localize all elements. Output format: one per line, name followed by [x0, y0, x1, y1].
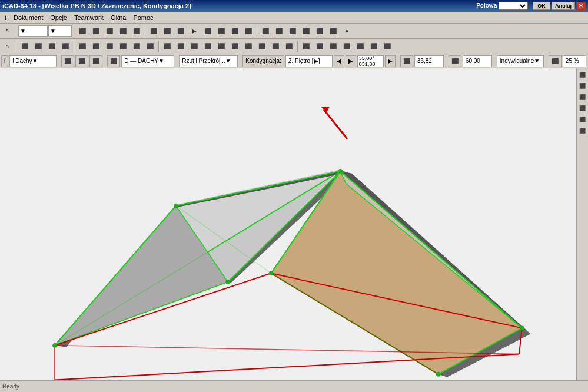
tb2-btn-10[interactable]: ⬛ — [130, 40, 143, 53]
tb-btn-15[interactable]: ⬛ — [273, 25, 285, 38]
tb2-btn-25[interactable]: ⬛ — [340, 40, 353, 53]
tb2-btn-18[interactable]: ⬛ — [242, 40, 255, 53]
tb-btn-3[interactable]: ⬛ — [103, 25, 116, 38]
sep5 — [16, 41, 16, 52]
tb-btn-11[interactable]: ⬛ — [215, 25, 228, 38]
tb2-btn-17[interactable]: ⬛ — [228, 40, 241, 53]
tb2-btn-26[interactable]: ⬛ — [354, 40, 367, 53]
tb2-btn-1[interactable]: ↖ — [1, 40, 14, 53]
view-btn-2[interactable]: ⬛ — [61, 55, 74, 67]
tb2-btn-15[interactable]: ⬛ — [201, 40, 214, 53]
sep4 — [257, 26, 257, 36]
tb-btn-8[interactable]: ⬛ — [174, 25, 187, 38]
view-btn-4[interactable]: ⬛ — [89, 55, 102, 67]
view-btn-7[interactable]: ⬛ — [449, 55, 461, 67]
tb-btn-10[interactable]: ⬛ — [201, 25, 214, 38]
tb-btn-7[interactable]: ⬛ — [161, 25, 174, 38]
tb2-btn-12[interactable]: ⬛ — [161, 40, 174, 53]
tb2-btn-19[interactable]: ⬛ — [255, 40, 268, 53]
polowa-dropdown[interactable] — [499, 2, 528, 10]
tb-btn-9[interactable]: ▶ — [188, 25, 201, 38]
menu-t[interactable]: t — [1, 13, 10, 22]
right-tb-btn-6[interactable]: ⬛ — [577, 125, 588, 136]
tb-btn-18[interactable]: ⬛ — [313, 25, 326, 38]
tb2-btn-20[interactable]: ⬛ — [269, 40, 282, 53]
view-btn-6[interactable]: ⬛ — [400, 55, 413, 67]
menu-pomoc[interactable]: Pomoc — [129, 13, 157, 22]
right-tb-btn-4[interactable]: ⬛ — [577, 103, 588, 114]
coords-box-2: 60,00 — [463, 55, 492, 67]
menu-bar: t Dokument Opcje Teamwork Okna Pomoc — [0, 12, 588, 24]
tb-arrow[interactable]: ↖ — [1, 25, 14, 38]
tb2-btn-27[interactable]: ⬛ — [367, 40, 380, 53]
toolbar-row-1: ↖ ▼ ▼ ⬛ ⬛ ⬛ ⬛ ⬛ ⬛ ⬛ ⬛ ▶ ⬛ ⬛ ⬛ ⬛ ⬛ ⬛ ⬛ ⬛ … — [0, 24, 588, 39]
kondygnacja-nav-next[interactable]: ▶ — [346, 55, 356, 67]
tb-dropdown-1[interactable]: ▼ — [18, 25, 48, 37]
tb-btn-2[interactable]: ⬛ — [89, 25, 102, 38]
tb2-btn-21[interactable]: ⬛ — [283, 40, 295, 53]
tb-btn-19[interactable]: ⬛ — [327, 25, 340, 38]
kondygnacja-label: Kondygnacja: — [245, 58, 281, 64]
dachy-dropdown[interactable]: D — DACHY▼ — [121, 55, 174, 67]
anuluj-button[interactable]: Anuluj — [552, 2, 575, 10]
menu-dokument[interactable]: Dokument — [10, 13, 46, 22]
tb-btn-13[interactable]: ⬛ — [242, 25, 255, 38]
tb-btn-12[interactable]: ⬛ — [228, 25, 241, 38]
menu-opcje[interactable]: Opcje — [46, 13, 71, 22]
indywidualne-dropdown[interactable]: Indywidualne▼ — [497, 55, 544, 67]
tb2-btn-5[interactable]: ⬛ — [59, 40, 72, 53]
tb2-btn-6[interactable]: ⬛ — [76, 40, 89, 53]
tb2-btn-2[interactable]: ⬛ — [18, 40, 31, 53]
tb-btn-17[interactable]: ⬛ — [300, 25, 313, 38]
tb2-btn-13[interactable]: ⬛ — [174, 40, 187, 53]
view-btn-5[interactable]: ⬛ — [107, 55, 120, 67]
tb2-btn-8[interactable]: ⬛ — [103, 40, 116, 53]
angle-box: 35,00° 831,88 — [357, 55, 384, 67]
right-tb-btn-5[interactable]: ⬛ — [577, 114, 588, 125]
close-button[interactable]: ✕ — [576, 2, 586, 10]
tb-btn-1[interactable]: ⬛ — [76, 25, 89, 38]
angle-sub: 831,88 — [359, 61, 382, 67]
tb-btn-6[interactable]: ⬛ — [147, 25, 160, 38]
right-tb-btn-2[interactable]: ⬛ — [577, 81, 588, 91]
right-tb-btn-1[interactable]: ⬛ — [577, 69, 588, 80]
kondygnacja-nav-prev[interactable]: ◀ — [334, 55, 344, 67]
view-btn-8[interactable]: ⬛ — [549, 55, 562, 67]
layer-dropdown[interactable]: i Dachy▼ — [9, 55, 57, 67]
tb-btn-4[interactable]: ⬛ — [117, 25, 129, 38]
tb-btn-5[interactable]: ⬛ — [130, 25, 143, 38]
tb2-btn-3[interactable]: ⬛ — [32, 40, 45, 53]
zoom-box[interactable]: 25 % — [563, 55, 586, 67]
tb2-btn-22[interactable]: ⬛ — [300, 40, 313, 53]
kondygnacja-dropdown[interactable]: 2. Piętro [▶] — [285, 55, 333, 67]
tb2-btn-28[interactable]: ⬛ — [381, 40, 394, 53]
angle-nav[interactable]: ▶ — [385, 55, 396, 67]
tb2-btn-24[interactable]: ⬛ — [327, 40, 340, 53]
svg-point-36 — [436, 372, 441, 377]
tb-btn-16[interactable]: ⬛ — [286, 25, 299, 38]
tb2-btn-4[interactable]: ⬛ — [45, 40, 58, 53]
svg-point-31 — [174, 204, 178, 208]
view-mode-dropdown[interactable]: Rzut i Przekrój...▼ — [179, 55, 238, 67]
tb-btn-14[interactable]: ⬛ — [259, 25, 272, 38]
tb2-btn-11[interactable]: ⬛ — [144, 40, 157, 53]
menu-okna[interactable]: Okna — [107, 13, 129, 22]
toolbar-row-2: ↖ ⬛ ⬛ ⬛ ⬛ ⬛ ⬛ ⬛ ⬛ ⬛ ⬛ ⬛ ⬛ ⬛ ⬛ ⬛ ⬛ ⬛ ⬛ ⬛ … — [0, 39, 588, 54]
tb-btn-20[interactable]: ● — [340, 25, 353, 38]
view-btn-info[interactable]: i — [1, 55, 8, 67]
tb2-btn-7[interactable]: ⬛ — [89, 40, 102, 53]
tb2-btn-16[interactable]: ⬛ — [215, 40, 228, 53]
svg-point-30 — [338, 169, 343, 174]
sep8 — [297, 41, 298, 52]
sep7 — [158, 41, 159, 52]
ok-button[interactable]: OK — [533, 2, 550, 10]
view-btn-3[interactable]: ⬛ — [75, 55, 88, 67]
tb2-btn-9[interactable]: ⬛ — [117, 40, 129, 53]
polowa-label: Połowa — [476, 2, 528, 10]
menu-teamwork[interactable]: Teamwork — [71, 13, 107, 22]
right-tb-btn-3[interactable]: ⬛ — [577, 92, 588, 102]
tb2-btn-14[interactable]: ⬛ — [188, 40, 201, 53]
tb2-btn-23[interactable]: ⬛ — [313, 40, 326, 53]
roof-canvas — [0, 68, 576, 380]
tb-dropdown-2[interactable]: ▼ — [48, 25, 72, 37]
